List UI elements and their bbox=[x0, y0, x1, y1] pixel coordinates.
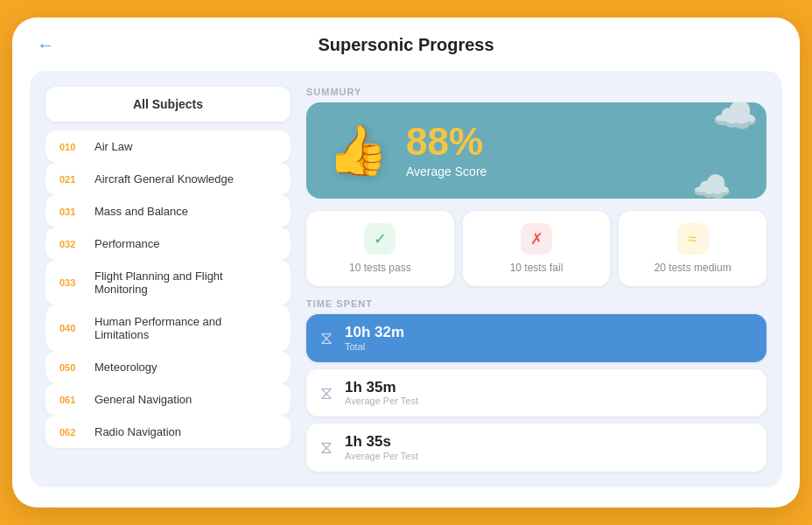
summary-card: 👍 88% Average Score ☁️ ☁️ bbox=[306, 102, 766, 199]
subject-code: 033 bbox=[60, 277, 84, 288]
subject-item[interactable]: 040 Human Performance and Limitations bbox=[46, 305, 290, 351]
subject-name: Aircraft General Knowledge bbox=[94, 172, 234, 186]
time-icon: ⧖ bbox=[320, 328, 332, 348]
left-panel: All Subjects 010 Air Law 021 Aircraft Ge… bbox=[46, 87, 290, 472]
subject-item[interactable]: 010 Air Law bbox=[46, 130, 290, 163]
subject-item[interactable]: 050 Meteorology bbox=[46, 351, 290, 383]
subject-name: Air Law bbox=[94, 140, 132, 153]
subject-item[interactable]: 061 General Navigation bbox=[46, 383, 290, 416]
time-section: TIME SPENT ⧖ 10h 32m Total ⧖ 1h 35m Aver… bbox=[306, 298, 766, 472]
subject-code: 050 bbox=[60, 362, 84, 373]
subject-item[interactable]: 033 Flight Planning and Flight Monitorin… bbox=[46, 260, 290, 305]
stat-card: ✓ 10 tests pass bbox=[306, 211, 454, 286]
subject-name: Meteorology bbox=[94, 360, 158, 374]
all-subjects-button[interactable]: All Subjects bbox=[46, 87, 290, 122]
time-info: 1h 35m Average Per Test bbox=[345, 380, 418, 407]
time-value: 10h 32m bbox=[345, 325, 404, 341]
stat-card: ≈ 20 tests medium bbox=[619, 211, 766, 286]
subject-name: Mass and Balance bbox=[94, 205, 188, 218]
subject-item[interactable]: 032 Performance bbox=[46, 228, 290, 260]
subject-code: 062 bbox=[60, 427, 84, 438]
subject-code: 010 bbox=[60, 142, 84, 152]
subject-code: 032 bbox=[60, 239, 84, 249]
subject-item[interactable]: 021 Aircraft General Knowledge bbox=[46, 163, 290, 195]
time-icon: ⧖ bbox=[320, 438, 332, 458]
subjects-list: 010 Air Law 021 Aircraft General Knowled… bbox=[46, 130, 290, 448]
time-info: 1h 35s Average Per Test bbox=[345, 434, 418, 461]
subject-name: Radio Navigation bbox=[94, 425, 181, 438]
stat-label: 20 tests medium bbox=[654, 262, 732, 274]
time-cards: ⧖ 10h 32m Total ⧖ 1h 35m Average Per Tes… bbox=[306, 314, 766, 472]
stat-icon: ✓ bbox=[364, 223, 396, 255]
subject-code: 031 bbox=[60, 206, 84, 217]
subject-name: General Navigation bbox=[94, 393, 192, 406]
subject-code: 021 bbox=[60, 174, 84, 185]
time-card: ⧖ 1h 35m Average Per Test bbox=[306, 369, 766, 417]
subject-code: 040 bbox=[60, 323, 84, 333]
time-value: 1h 35m bbox=[345, 380, 418, 396]
stat-label: 10 tests pass bbox=[349, 262, 411, 274]
test-stats: ✓ 10 tests pass ✗ 10 tests fail ≈ 20 tes… bbox=[306, 211, 766, 286]
time-desc: Total bbox=[345, 341, 404, 352]
cloud-top-icon: ☁️ bbox=[712, 102, 758, 136]
cloud-bottom-icon: ☁️ bbox=[692, 169, 732, 199]
right-panel: SUMMURY 👍 88% Average Score ☁️ ☁️ ✓ 10 t… bbox=[306, 87, 766, 472]
time-label: TIME SPENT bbox=[306, 298, 766, 309]
time-card: ⧖ 1h 35s Average Per Test bbox=[306, 424, 766, 472]
stat-icon: ✗ bbox=[521, 223, 552, 255]
header: ← Supersonic Progress bbox=[30, 35, 782, 55]
time-icon: ⧖ bbox=[320, 383, 332, 403]
time-card: ⧖ 10h 32m Total bbox=[306, 314, 766, 362]
subject-item[interactable]: 031 Mass and Balance bbox=[46, 195, 290, 228]
subject-name: Flight Planning and Flight Monitoring bbox=[94, 270, 276, 296]
time-value: 1h 35s bbox=[345, 434, 418, 451]
stat-card: ✗ 10 tests fail bbox=[463, 211, 611, 286]
time-info: 10h 32m Total bbox=[345, 325, 404, 352]
back-button[interactable]: ← bbox=[30, 32, 61, 59]
back-icon: ← bbox=[37, 35, 54, 55]
subject-name: Human Performance and Limitations bbox=[94, 315, 276, 341]
thumb-icon: 👍 bbox=[327, 122, 388, 179]
summary-label: SUMMURY bbox=[306, 87, 766, 97]
time-desc: Average Per Test bbox=[345, 451, 418, 461]
subject-code: 061 bbox=[60, 395, 84, 405]
summary-section: SUMMURY 👍 88% Average Score ☁️ ☁️ bbox=[306, 87, 766, 199]
avg-percent: 88% bbox=[406, 122, 746, 161]
main-card: ← Supersonic Progress All Subjects 010 A… bbox=[12, 18, 800, 508]
subject-name: Performance bbox=[94, 237, 159, 250]
time-desc: Average Per Test bbox=[345, 396, 418, 406]
subject-item[interactable]: 062 Radio Navigation bbox=[46, 416, 290, 448]
main-content: All Subjects 010 Air Law 021 Aircraft Ge… bbox=[30, 71, 782, 487]
stat-icon: ≈ bbox=[677, 223, 709, 255]
page-title: Supersonic Progress bbox=[318, 35, 494, 55]
stat-label: 10 tests fail bbox=[510, 262, 564, 274]
